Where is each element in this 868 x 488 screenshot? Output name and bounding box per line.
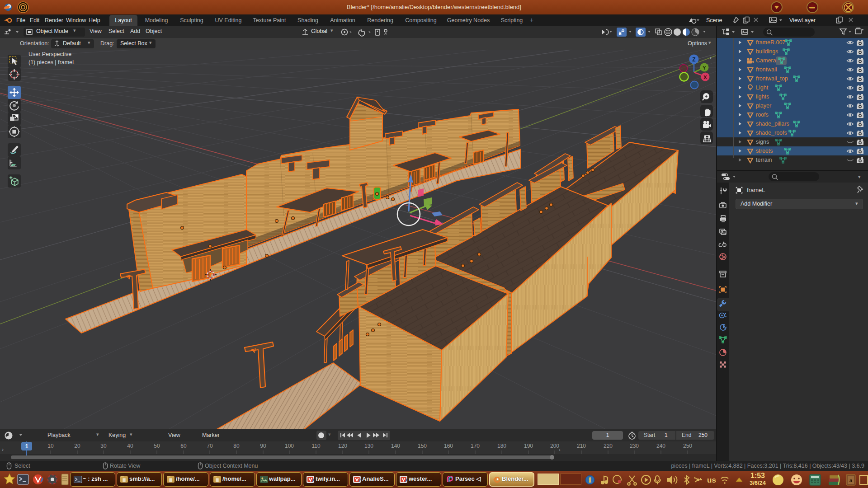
svg-text:a: a: [849, 477, 853, 483]
svg-text:Y: Y: [703, 65, 706, 70]
svg-text:Z: Z: [692, 56, 695, 63]
svg-text:i: i: [589, 477, 591, 483]
svg-text:X: X: [703, 75, 707, 80]
svg-text:us: us: [707, 476, 716, 484]
